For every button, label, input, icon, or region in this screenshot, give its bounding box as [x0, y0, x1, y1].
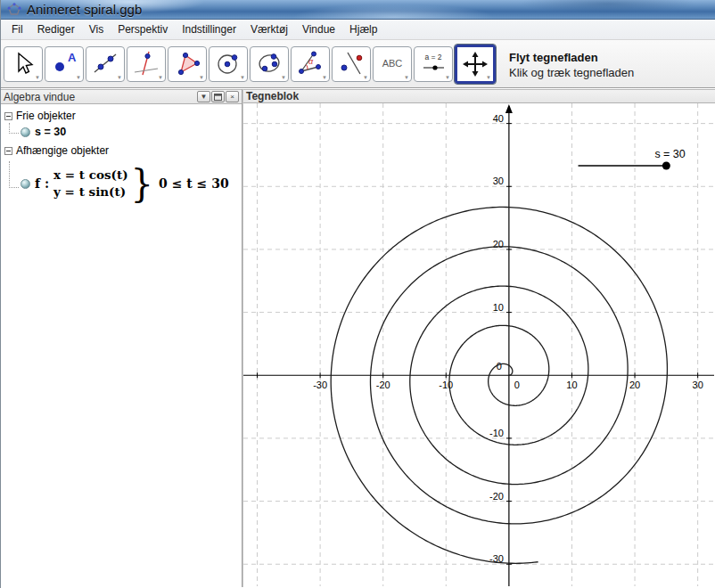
- y-axis-arrow: [505, 104, 513, 113]
- graphics-view: Tegneblok -30-20-10010203040302010-10-20…: [243, 89, 715, 587]
- point-icon: A: [51, 51, 78, 78]
- menu-item-perspektiv[interactable]: Perspektiv: [111, 20, 175, 38]
- x-axis-label: -10: [439, 380, 453, 390]
- x-axis-label: 20: [629, 380, 640, 390]
- origin-label: 0: [497, 361, 502, 372]
- tool-point-button[interactable]: A▼: [45, 46, 84, 82]
- menu-item-vrktj[interactable]: Værktøj: [243, 20, 295, 38]
- menu-item-fil[interactable]: Fil: [4, 20, 30, 38]
- x-axis-label: 10: [566, 380, 577, 390]
- y-axis-label: -10: [489, 428, 504, 438]
- tool-dropdown-arrow[interactable]: ▼: [404, 75, 409, 80]
- line-icon: [92, 51, 119, 78]
- tool-dropdown-arrow[interactable]: ▼: [281, 75, 286, 80]
- menu-bar: FilRedigerVisPerspektivIndstillingerVærk…: [1, 20, 715, 40]
- y-axis-label: -20: [489, 491, 504, 502]
- tool-dropdown-arrow[interactable]: ▼: [117, 75, 122, 80]
- conic-icon: [256, 51, 283, 78]
- svg-text:ABC: ABC: [382, 58, 403, 69]
- dependent-objects-group[interactable]: Afhængige objekter: [4, 143, 242, 158]
- move-graphics-view-icon: [462, 51, 489, 78]
- tool-dropdown-arrow[interactable]: ▼: [322, 75, 327, 80]
- move-icon: [10, 51, 37, 78]
- tool-angle-button[interactable]: α▼: [291, 46, 330, 82]
- menu-item-rediger[interactable]: Rediger: [30, 20, 82, 38]
- y-equation: y = t sin(t): [53, 184, 128, 200]
- geogebra-window: Animeret spiral.ggb FilRedigerVisPerspek…: [0, 0, 715, 588]
- circle-icon: [215, 51, 242, 78]
- parametric-equations: x = t cos(t) y = t sin(t): [53, 167, 128, 200]
- y-axis-label: 40: [493, 113, 504, 124]
- svg-text:a = 2: a = 2: [424, 53, 441, 61]
- tool-dropdown-arrow[interactable]: ▼: [199, 75, 204, 80]
- angle-icon: α: [297, 51, 324, 78]
- algebra-close-button[interactable]: ×: [226, 91, 239, 102]
- object-s-value: s = 30: [35, 126, 66, 138]
- perpendicular-line-icon: [133, 51, 160, 78]
- collapse-icon[interactable]: [4, 112, 12, 120]
- active-tool-help: Flyt tegnefladen Klik og træk tegneflade…: [509, 46, 634, 80]
- x-equation: x = t cos(t): [53, 167, 128, 184]
- tree-connector: [9, 161, 19, 188]
- tool-move-graphics-view-button[interactable]: ▼: [455, 45, 496, 84]
- menu-item-hjlp[interactable]: Hjælp: [342, 20, 384, 38]
- object-s[interactable]: s = 30: [9, 123, 242, 141]
- tool-polygon-button[interactable]: ▼: [168, 46, 207, 82]
- menu-item-vis[interactable]: Vis: [82, 20, 111, 38]
- brace-glyph: }: [131, 165, 153, 202]
- object-visibility-marble[interactable]: [21, 179, 30, 189]
- plot-canvas[interactable]: -30-20-10010203040302010-10-20-300s = 30: [243, 103, 714, 586]
- dependent-objects-label: Afhængige objekter: [16, 144, 109, 157]
- title-bar[interactable]: Animeret spiral.ggb: [1, 0, 715, 20]
- object-visibility-marble[interactable]: [21, 127, 30, 137]
- object-f[interactable]: f : x = t cos(t) y = t sin(t) } 0 ≤ t ≤ …: [9, 161, 242, 206]
- free-objects-group[interactable]: Frie objekter: [4, 109, 242, 123]
- tool-move-button[interactable]: ▼: [4, 46, 43, 82]
- menu-item-indstillinger[interactable]: Indstillinger: [175, 20, 243, 38]
- free-objects-label: Frie objekter: [16, 110, 76, 122]
- x-axis-label: -20: [376, 380, 390, 390]
- graphics-view-header[interactable]: Tegneblok: [243, 89, 715, 103]
- reflect-icon: [338, 51, 365, 78]
- tool-dropdown-arrow[interactable]: ▼: [76, 75, 81, 80]
- tool-dropdown-arrow[interactable]: ▼: [363, 75, 368, 80]
- slider-icon: a = 2: [420, 51, 447, 78]
- active-tool-subtitle: Klik og træk tegnefladen: [509, 65, 634, 80]
- algebra-restore-button[interactable]: [211, 91, 225, 102]
- tool-reflect-button[interactable]: ▼: [332, 46, 371, 82]
- svg-text:α: α: [308, 57, 314, 66]
- graphics-view-title: Tegneblok: [246, 90, 299, 102]
- tool-dropdown-arrow[interactable]: ▼: [240, 75, 245, 80]
- tool-dropdown-arrow[interactable]: ▼: [35, 75, 40, 80]
- app-icon: [7, 3, 21, 17]
- algebra-tree: Frie objekter s = 30 Afhængige objekter …: [1, 104, 242, 206]
- algebra-dropdown-button[interactable]: ▼: [197, 91, 210, 102]
- collapse-icon[interactable]: [4, 147, 12, 155]
- algebra-view-title: Algebra vindue: [4, 91, 75, 103]
- tree-connector: [9, 123, 19, 134]
- x-axis-label: -30: [313, 380, 327, 390]
- drawing-pad[interactable]: -30-20-10010203040302010-10-20-300s = 30: [243, 103, 715, 588]
- menu-item-vindue[interactable]: Vindue: [295, 20, 342, 38]
- text-icon: ABC: [379, 51, 406, 78]
- svg-text:A: A: [68, 51, 77, 64]
- tool-conic-button[interactable]: ▼: [250, 46, 289, 82]
- algebra-view: Algebra vindue ▼ × Frie objekter s = 30: [1, 89, 242, 587]
- tool-dropdown-arrow[interactable]: ▼: [158, 75, 163, 80]
- x-axis-label: 0: [514, 380, 520, 390]
- tool-perpendicular-line-button[interactable]: ▼: [127, 46, 166, 82]
- polygon-icon: [174, 51, 201, 78]
- tool-dropdown-arrow[interactable]: ▼: [486, 75, 491, 80]
- tool-line-button[interactable]: ▼: [86, 46, 125, 82]
- algebra-view-header[interactable]: Algebra vindue ▼ ×: [1, 89, 242, 104]
- y-axis-label: 20: [493, 239, 504, 249]
- tool-slider-button[interactable]: a = 2▼: [414, 46, 453, 82]
- y-axis-label: 30: [493, 176, 504, 186]
- tool-dropdown-arrow[interactable]: ▼: [445, 75, 450, 80]
- tool-text-button[interactable]: ABC▼: [373, 46, 412, 82]
- toolbar: ▼A▼▼▼▼▼▼α▼▼ABC▼a = 2▼▼ Flyt tegnefladen …: [1, 40, 715, 88]
- tool-circle-button[interactable]: ▼: [209, 46, 248, 82]
- slider-handle[interactable]: [662, 161, 670, 169]
- content-area: Algebra vindue ▼ × Frie objekter s = 30: [1, 88, 715, 587]
- x-axis-label: 30: [693, 380, 703, 390]
